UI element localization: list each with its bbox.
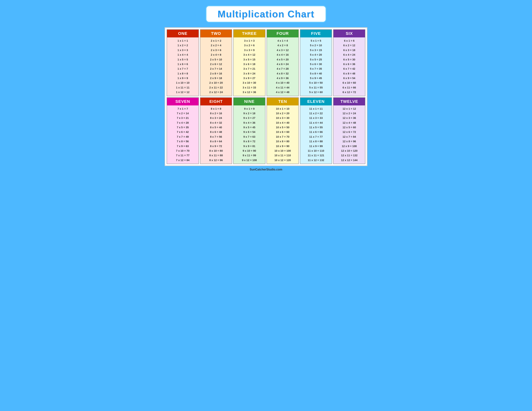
equation: 3 x 8 = 24 [235, 71, 264, 76]
section-header-six: SIX [333, 30, 365, 37]
equation: 12 x 8 = 96 [335, 139, 363, 144]
section-header-twelve: TWELVE [333, 98, 365, 105]
equation: 11 x 4 = 44 [302, 121, 330, 125]
equation: 3 x 4 = 12 [235, 53, 264, 57]
section-header-five: FIVE [300, 30, 332, 37]
equation: 5 x 2 = 10 [302, 43, 330, 48]
equation: 3 x 2 = 6 [235, 43, 264, 48]
equation: 4 x 8 = 32 [268, 71, 297, 76]
equation: 8 x 7 = 56 [202, 135, 230, 139]
section-body-two: 2 x 1 = 22 x 2 = 42 x 3 = 62 x 4 = 82 x … [200, 37, 232, 96]
section-body-four: 4 x 1 = 44 x 2 = 84 x 3 = 124 x 4 = 164 … [267, 37, 298, 96]
equation: 4 x 2 = 8 [268, 43, 297, 48]
equation: 2 x 5 = 10 [202, 57, 230, 62]
equation: 2 x 3 = 6 [202, 48, 230, 53]
equation: 5 x 3 = 15 [302, 48, 330, 53]
equation: 7 x 10 = 70 [169, 149, 197, 153]
equation: 5 x 10 = 50 [302, 81, 330, 85]
equation: 7 x 8 = 56 [169, 139, 197, 144]
equation: 7 x 4 = 28 [169, 121, 197, 125]
equation: 6 x 7 = 42 [335, 66, 363, 71]
equation: 9 x 7 = 63 [235, 135, 264, 139]
equation: 12 x 4 = 48 [335, 121, 363, 125]
equation: 8 x 6 = 48 [202, 130, 230, 134]
equation: 4 x 6 = 24 [268, 62, 297, 66]
section-five: FIVE5 x 1 = 55 x 2 = 105 x 3 = 155 x 4 =… [300, 29, 332, 96]
equation: 12 x 5 = 60 [335, 125, 363, 130]
equation: 6 x 9 = 54 [335, 76, 363, 81]
equation: 11 x 6 = 66 [302, 130, 330, 134]
section-header-two: TWO [200, 30, 232, 37]
equation: 4 x 11 = 44 [268, 85, 297, 90]
equation: 11 x 3 = 33 [302, 116, 330, 120]
equation: 1 x 4 = 4 [169, 53, 197, 57]
equation: 4 x 7 = 28 [268, 66, 297, 71]
section-eleven: ELEVEN11 x 1 = 1111 x 2 = 2211 x 3 = 331… [300, 97, 332, 164]
equation: 2 x 4 = 8 [202, 53, 230, 57]
equation: 8 x 4 = 32 [202, 121, 230, 125]
equation: 2 x 2 = 4 [202, 43, 230, 48]
section-body-ten: 10 x 1 = 1010 x 2 = 2010 x 3 = 3010 x 4 … [267, 105, 298, 164]
chart-wrapper: ONE1 x 1 = 11 x 2 = 21 x 3 = 31 x 4 = 41… [165, 27, 367, 166]
equation: 10 x 9 = 90 [268, 144, 297, 149]
equation: 6 x 12 = 72 [335, 90, 363, 94]
equation: 8 x 12 = 96 [202, 158, 230, 163]
equation: 12 x 1 = 12 [335, 107, 363, 111]
equation: 1 x 5 = 5 [169, 57, 197, 62]
section-body-six: 6 x 1 = 66 x 2 = 126 x 3 = 186 x 4 = 246… [333, 37, 365, 96]
equation: 9 x 10 = 90 [235, 149, 264, 153]
equation: 9 x 6 = 54 [235, 130, 264, 134]
page-title: Multiplication Chart [218, 9, 314, 19]
section-header-one: ONE [167, 30, 199, 37]
section-nine: NINE9 x 1 = 99 x 2 = 189 x 3 = 279 x 4 =… [233, 97, 266, 164]
equation: 12 x 12 = 144 [335, 158, 363, 163]
equation: 3 x 11 = 33 [235, 85, 264, 90]
equation: 7 x 12 = 84 [169, 158, 197, 163]
equation: 4 x 10 = 40 [268, 81, 297, 85]
equation: 6 x 1 = 6 [335, 38, 363, 43]
equation: 8 x 8 = 64 [202, 139, 230, 144]
equation: 10 x 12 = 120 [268, 158, 297, 163]
equation: 6 x 8 = 48 [335, 71, 363, 76]
chart-grid: ONE1 x 1 = 11 x 2 = 21 x 3 = 31 x 4 = 41… [167, 29, 365, 164]
title-box: Multiplication Chart [206, 6, 326, 22]
equation: 3 x 3 = 9 [235, 48, 264, 53]
equation: 9 x 3 = 27 [235, 116, 264, 120]
equation: 6 x 10 = 60 [335, 81, 363, 85]
equation: 4 x 12 = 48 [268, 90, 297, 94]
equation: 10 x 8 = 80 [268, 139, 297, 144]
equation: 10 x 6 = 60 [268, 130, 297, 134]
equation: 1 x 3 = 3 [169, 48, 197, 53]
equation: 9 x 1 = 9 [235, 107, 264, 111]
equation: 7 x 6 = 42 [169, 130, 197, 134]
equation: 6 x 6 = 36 [335, 62, 363, 66]
equation: 2 x 1 = 2 [202, 38, 230, 43]
equation: 1 x 10 = 10 [169, 81, 197, 85]
equation: 2 x 9 = 18 [202, 76, 230, 81]
equation: 8 x 1 = 8 [202, 107, 230, 111]
equation: 7 x 3 = 21 [169, 116, 197, 120]
section-twelve: TWELVE12 x 1 = 1212 x 2 = 2412 x 3 = 361… [333, 97, 365, 164]
equation: 6 x 5 = 30 [335, 57, 363, 62]
section-body-nine: 9 x 1 = 99 x 2 = 189 x 3 = 279 x 4 = 369… [234, 105, 265, 164]
equation: 8 x 3 = 24 [202, 116, 230, 120]
equation: 2 x 10 = 20 [202, 81, 230, 85]
equation: 3 x 1 = 3 [235, 38, 264, 43]
equation: 3 x 12 = 36 [235, 90, 264, 94]
equation: 11 x 9 = 99 [302, 144, 330, 149]
section-header-ten: TEN [267, 98, 298, 105]
title-container: Multiplication Chart [202, 4, 330, 24]
equation: 7 x 2 = 14 [169, 111, 197, 116]
equation: 11 x 10 = 110 [302, 149, 330, 153]
equation: 12 x 6 = 72 [335, 130, 363, 134]
equation: 10 x 4 = 40 [268, 121, 297, 125]
equation: 12 x 7 = 84 [335, 135, 363, 139]
equation: 7 x 7 = 49 [169, 135, 197, 139]
equation: 4 x 4 = 16 [268, 53, 297, 57]
equation: 3 x 9 = 27 [235, 76, 264, 81]
equation: 11 x 2 = 22 [302, 111, 330, 116]
equation: 10 x 5 = 50 [268, 125, 297, 130]
section-two: TWO2 x 1 = 22 x 2 = 42 x 3 = 62 x 4 = 82… [200, 29, 232, 96]
section-body-eight: 8 x 1 = 88 x 2 = 168 x 3 = 248 x 4 = 328… [200, 105, 232, 164]
equation: 4 x 9 = 36 [268, 76, 297, 81]
